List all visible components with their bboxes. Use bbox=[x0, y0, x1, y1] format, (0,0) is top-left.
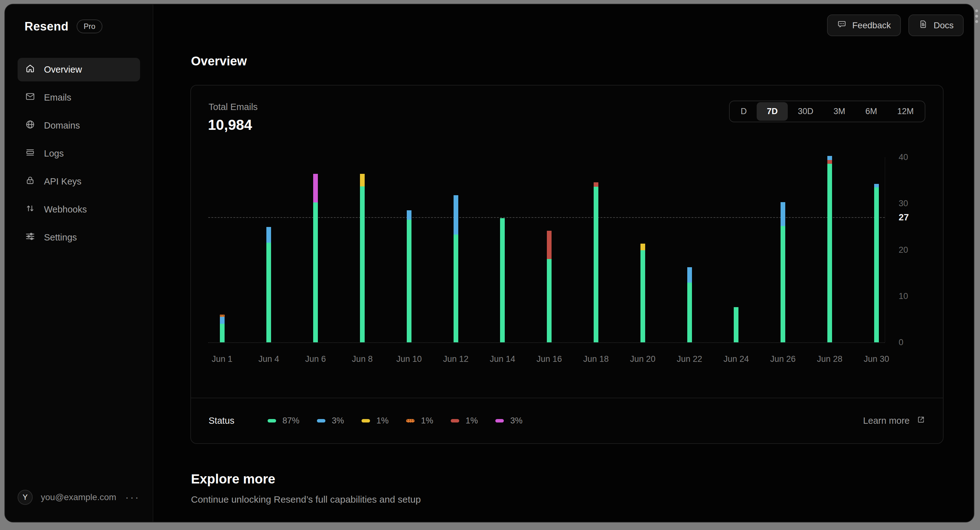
legend-percent: 3% bbox=[332, 416, 344, 426]
bar-segment-green-jun-12[interactable] bbox=[453, 235, 458, 342]
sidebar-item-label: Logs bbox=[44, 148, 64, 159]
legend-swatch bbox=[361, 419, 370, 423]
bar-segment-orange-jun-1[interactable] bbox=[220, 314, 224, 317]
sidebar-item-api-keys[interactable]: API Keys bbox=[18, 170, 140, 193]
legend-swatch bbox=[451, 419, 459, 423]
sidebar-item-settings[interactable]: Settings bbox=[18, 226, 140, 249]
chart-legend: 87%3%1%1%1%3% bbox=[250, 416, 522, 426]
webhooks-icon bbox=[25, 203, 35, 216]
legend-percent: 3% bbox=[510, 416, 522, 426]
bar-segment-green-jun-30[interactable] bbox=[874, 187, 879, 342]
bar-segment-green-jun-28[interactable] bbox=[827, 164, 832, 342]
bar-segment-green-jun-18[interactable] bbox=[593, 187, 598, 342]
learn-more-link[interactable]: Learn more bbox=[863, 415, 925, 426]
feedback-button[interactable]: Feedback bbox=[827, 14, 901, 36]
home-icon bbox=[25, 64, 35, 76]
bar-segment-green-jun-24[interactable] bbox=[734, 307, 738, 342]
sidebar-item-label: API Keys bbox=[44, 176, 81, 187]
logs-icon bbox=[25, 147, 35, 160]
user-email: you@example.com bbox=[41, 492, 117, 502]
legend-item: 1% bbox=[406, 416, 433, 426]
sidebar-item-domains[interactable]: Domains bbox=[18, 114, 140, 137]
explore-title: Explore more bbox=[191, 471, 275, 487]
bar-segment-green-jun-1[interactable] bbox=[220, 324, 224, 342]
x-axis-label: Jun 22 bbox=[667, 354, 711, 364]
time-range-selector: D7D30D3M6M12M bbox=[729, 101, 925, 122]
range-6m[interactable]: 6M bbox=[855, 102, 887, 121]
sidebar-item-webhooks[interactable]: Webhooks bbox=[18, 198, 140, 221]
bar-segment-magenta-jun-6[interactable] bbox=[313, 174, 318, 203]
legend-swatch bbox=[406, 419, 415, 423]
mail-icon bbox=[25, 91, 35, 104]
bar-segment-green-jun-20[interactable] bbox=[640, 250, 645, 342]
range-12m[interactable]: 12M bbox=[887, 102, 924, 121]
bar-segment-yellow-jun-20[interactable] bbox=[640, 244, 645, 250]
settings-icon bbox=[25, 231, 35, 244]
y-axis-tick: 0 bbox=[899, 338, 904, 347]
explore-subtitle: Continue unlocking Resend’s full capabil… bbox=[191, 494, 421, 505]
x-axis-label: Jun 1 bbox=[200, 354, 244, 364]
legend-item: 1% bbox=[361, 416, 388, 426]
x-axis-label: Jun 30 bbox=[854, 354, 898, 364]
sidebar-item-logs[interactable]: Logs bbox=[18, 142, 140, 165]
globe-icon bbox=[25, 120, 35, 132]
legend-item: 87% bbox=[267, 416, 299, 426]
scroll-indicator[interactable] bbox=[975, 10, 978, 23]
button-label: Feedback bbox=[852, 21, 891, 30]
bar-segment-yellow-jun-8[interactable] bbox=[360, 174, 365, 187]
bar-segment-green-jun-26[interactable] bbox=[781, 226, 785, 342]
legend-percent: 1% bbox=[421, 416, 433, 426]
docs-button[interactable]: Docs bbox=[908, 14, 964, 36]
feedback-icon bbox=[837, 19, 846, 31]
legend-swatch bbox=[495, 419, 504, 423]
bar-segment-blue-jun-30[interactable] bbox=[874, 184, 879, 187]
range-3m[interactable]: 3M bbox=[823, 102, 855, 121]
x-axis-baseline bbox=[208, 342, 885, 343]
bar-segment-green-jun-6[interactable] bbox=[313, 203, 318, 342]
sidebar-item-label: Webhooks bbox=[44, 204, 87, 215]
sidebar-item-emails[interactable]: Emails bbox=[18, 86, 140, 109]
bar-segment-blue-jun-12[interactable] bbox=[453, 195, 458, 235]
bar-segment-blue-jun-26[interactable] bbox=[781, 202, 785, 226]
bar-segment-green-jun-10[interactable] bbox=[407, 220, 412, 342]
app-logo: Resend bbox=[24, 20, 68, 34]
bar-segment-red-jun-28[interactable] bbox=[827, 160, 832, 164]
x-axis-label: Jun 26 bbox=[761, 354, 805, 364]
user-menu-button[interactable]: ··· bbox=[125, 492, 140, 503]
bar-segment-blue-jun-1[interactable] bbox=[220, 317, 224, 324]
bar-segment-green-jun-22[interactable] bbox=[687, 283, 692, 342]
x-axis-label: Jun 10 bbox=[387, 354, 431, 364]
top-buttons: FeedbackDocs bbox=[827, 14, 964, 36]
x-axis-label: Jun 14 bbox=[480, 354, 525, 364]
bar-chart: 01020304027Jun 1Jun 4Jun 6Jun 8Jun 10Jun… bbox=[208, 157, 885, 342]
user-row: Y you@example.com ··· bbox=[18, 490, 140, 505]
sidebar-nav: OverviewEmailsDomainsLogsAPI KeysWebhook… bbox=[18, 58, 140, 249]
button-label: Docs bbox=[934, 21, 954, 30]
metric-value: 10,984 bbox=[208, 116, 252, 133]
bar-segment-blue-jun-4[interactable] bbox=[266, 227, 271, 243]
sidebar-item-overview[interactable]: Overview bbox=[18, 58, 140, 81]
bar-segment-blue-jun-22[interactable] bbox=[687, 267, 692, 283]
y-axis-tick: 10 bbox=[899, 291, 908, 301]
range-30d[interactable]: 30D bbox=[788, 102, 824, 121]
sidebar-item-label: Settings bbox=[44, 232, 77, 243]
x-axis-label: Jun 4 bbox=[247, 354, 291, 364]
bar-segment-red-jun-18[interactable] bbox=[593, 182, 598, 187]
bar-segment-blue-jun-10[interactable] bbox=[407, 210, 412, 219]
plan-badge: Pro bbox=[76, 19, 102, 34]
bar-segment-green-jun-14[interactable] bbox=[500, 218, 505, 342]
bar-segment-green-jun-4[interactable] bbox=[266, 243, 271, 342]
bar-segment-green-jun-16[interactable] bbox=[547, 259, 552, 342]
bar-segment-blue-jun-28[interactable] bbox=[827, 156, 832, 160]
bar-segment-green-jun-8[interactable] bbox=[360, 187, 365, 342]
y-axis-tick: 40 bbox=[899, 152, 908, 162]
x-axis-label: Jun 20 bbox=[620, 354, 665, 364]
bar-segment-red-jun-16[interactable] bbox=[547, 231, 552, 259]
logo-row: Resend Pro bbox=[18, 19, 140, 34]
main-content: FeedbackDocs Overview Total Emails 10,98… bbox=[153, 5, 974, 522]
page-title: Overview bbox=[191, 54, 247, 68]
sidebar: Resend Pro OverviewEmailsDomainsLogsAPI … bbox=[5, 5, 153, 522]
range-7d[interactable]: 7D bbox=[757, 102, 788, 121]
range-d[interactable]: D bbox=[730, 102, 757, 121]
avatar: Y bbox=[18, 490, 33, 505]
